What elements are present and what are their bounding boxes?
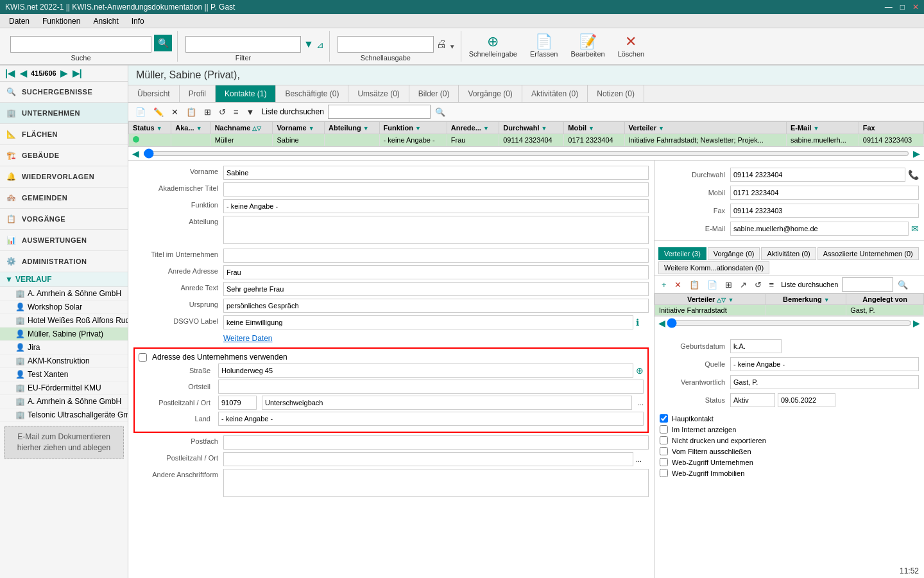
vt-search-input[interactable] (842, 277, 893, 292)
verlauf-item-4[interactable]: 👤 Jira (0, 341, 128, 355)
anrede-adresse-input[interactable] (223, 265, 649, 279)
sidebar-item-administration[interactable]: ⚙️ ADMINISTRATION (0, 251, 128, 272)
sidebar-item-suchergebnisse[interactable]: 🔍 SUCHERGEBNISSE (0, 82, 128, 103)
sidebar-item-gemeinden[interactable]: 🏘️ GEMEINDEN (0, 188, 128, 209)
ct-menu-button[interactable]: ≡ (230, 105, 242, 119)
ct-edit-button[interactable]: ✏️ (150, 105, 167, 119)
verlauf-item-2[interactable]: 🏢 Hotel Weißes Roß Alfons Rud... (0, 314, 128, 328)
web-unternehmen-checkbox[interactable] (660, 458, 668, 466)
land-input[interactable] (218, 412, 644, 426)
verlauf-item-6[interactable]: 👤 Test Xanten (0, 368, 128, 381)
vt-copy-button[interactable]: 📋 (686, 278, 703, 292)
menu-funktionen[interactable]: Funktionen (36, 15, 87, 27)
mobil-right-input[interactable] (730, 186, 919, 200)
vtab-assoziierte[interactable]: Assoziierte Unternehmen (0) (817, 247, 919, 260)
akad-titel-input[interactable] (223, 182, 649, 197)
close-button[interactable]: ✕ (912, 3, 919, 12)
aka-filter-icon[interactable]: ▼ (196, 125, 202, 132)
verlauf-item-5[interactable]: 🏢 AKM-Konstruktion (0, 355, 128, 368)
sidebar-item-flaechen[interactable]: 📐 FLÄCHEN (0, 124, 128, 145)
ort-input[interactable] (262, 396, 632, 410)
anrede-filter-icon[interactable]: ▼ (483, 125, 489, 132)
verlauf-item-7[interactable]: 🏢 EU-Fördermittel KMU (0, 381, 128, 395)
vt-menu-button[interactable]: ≡ (766, 278, 778, 292)
ct-delete-button[interactable]: ✕ (168, 105, 182, 119)
vt-search-button[interactable]: 🔍 (894, 278, 911, 292)
dsgvo-info-icon[interactable]: ℹ (636, 317, 639, 328)
table-row[interactable]: Müller Sabine - keine Angabe - Frau 0911… (129, 134, 924, 146)
strasse-geo-button[interactable]: ⊕ (636, 365, 644, 376)
tab-beschaeftigte[interactable]: Beschäftigte (0) (276, 85, 348, 102)
scroll-left-button[interactable]: ◀ (131, 148, 141, 159)
titel-unternehmen-input[interactable] (223, 249, 649, 263)
nachname-filter-icon[interactable]: △▽ (252, 125, 261, 132)
vth-sort-icon[interactable]: △▽ (717, 297, 726, 303)
nav-next-button[interactable]: ▶ (59, 68, 69, 78)
strasse-input[interactable] (218, 363, 633, 378)
email-filter-icon[interactable]: ▼ (813, 125, 819, 132)
web-immobilien-checkbox[interactable] (660, 469, 668, 477)
email-send-icon[interactable]: ✉ (911, 223, 919, 234)
menu-ansicht[interactable]: Ansicht (87, 15, 124, 27)
status-filter-icon[interactable]: ▼ (157, 125, 162, 132)
abteilung-textarea[interactable] (223, 216, 649, 244)
weitere-daten-link[interactable]: Weitere Daten (128, 332, 654, 345)
postfach-plz-more[interactable]: ... (636, 455, 642, 463)
hauptkontakt-checkbox[interactable] (660, 414, 668, 423)
nav-first-button[interactable]: |◀ (4, 68, 16, 78)
abteilung-filter-icon[interactable]: ▼ (363, 125, 369, 132)
verlauf-item-0[interactable]: 🏢 A. Amrhein & Söhne GmbH (0, 287, 128, 301)
tab-bilder[interactable]: Bilder (0) (409, 85, 459, 102)
vtab-vorgaenge[interactable]: Vorgänge (0) (708, 247, 760, 260)
nav-last-button[interactable]: ▶| (71, 68, 83, 78)
fax-right-input[interactable] (730, 204, 919, 218)
quelle-input[interactable] (730, 357, 919, 371)
status-date-input[interactable] (778, 393, 835, 407)
ct-copy-button[interactable]: 📋 (183, 105, 200, 119)
loeschen-button[interactable]: ✕ Löschen (613, 32, 650, 60)
search-button[interactable]: 🔍 (154, 35, 172, 51)
bearbeiten-button[interactable]: 📝 Bearbeiten (565, 32, 610, 60)
dsgvo-input[interactable] (223, 315, 633, 329)
nicht-drucken-checkbox[interactable] (660, 436, 668, 444)
postfach-plz-input[interactable] (223, 452, 633, 466)
plz-more-button[interactable]: ... (637, 398, 644, 407)
vtab-weitere[interactable]: Weitere Komm...ationsdaten (0) (658, 261, 769, 274)
vt-paste-button[interactable]: 📄 (704, 278, 721, 292)
search-input[interactable] (10, 36, 151, 53)
ct-new-button[interactable]: 📄 (132, 105, 149, 119)
verteiler-row[interactable]: Initiative Fahrradstadt Gast, P. (655, 305, 924, 316)
ct-refresh-button[interactable]: ↺ (216, 105, 229, 119)
tab-umsaetze[interactable]: Umsätze (0) (348, 85, 409, 102)
sidebar-item-auswertungen[interactable]: 📊 AUSWERTUNGEN (0, 230, 128, 251)
vorname-filter-icon[interactable]: ▼ (309, 125, 314, 132)
sidebar-item-vorgaenge[interactable]: 📋 VORGÄNGE (0, 209, 128, 230)
funnel-icon[interactable]: ⊿ (316, 40, 324, 50)
ct-merge-button[interactable]: ⊞ (201, 105, 214, 119)
sidebar-item-wiedervorlagen[interactable]: 🔔 WIEDERVORLAGEN (0, 166, 128, 188)
verlauf-item-8[interactable]: 🏢 A. Amrhein & Söhne GmbH (0, 395, 128, 408)
menu-daten[interactable]: Daten (3, 15, 36, 27)
vt-grid-button[interactable]: ⊞ (722, 278, 735, 292)
ortsteil-input[interactable] (218, 380, 644, 394)
verteiler-filter-icon[interactable]: ▼ (658, 125, 664, 132)
minimize-button[interactable]: — (885, 3, 893, 12)
scroll-right-button[interactable]: ▶ (912, 148, 921, 159)
tab-kontakte[interactable]: Kontakte (1) (216, 85, 276, 102)
vtab-aktivitaeten[interactable]: Aktivitäten (0) (761, 247, 816, 260)
contacts-search-button[interactable]: 🔍 (432, 105, 449, 119)
vth-filter-icon[interactable]: ▼ (728, 297, 734, 303)
sidebar-item-unternehmen[interactable]: 🏢 UNTERNEHMEN (0, 103, 128, 124)
vt-add-button[interactable]: + (658, 278, 670, 292)
tab-uebersicht[interactable]: Übersicht (128, 85, 180, 102)
sidebar-item-gebaeude[interactable]: 🏗️ GEBÄUDE (0, 145, 128, 166)
maximize-button[interactable]: □ (900, 3, 905, 12)
use-company-address-checkbox[interactable] (139, 353, 147, 362)
durchwahl-filter-icon[interactable]: ▼ (542, 125, 547, 132)
verantwortlich-input[interactable] (730, 375, 919, 389)
geburtsdatum-input[interactable] (730, 339, 782, 353)
funktion-filter-icon[interactable]: ▼ (415, 125, 421, 132)
erfassen-button[interactable]: 📄 Erfassen (525, 32, 563, 60)
contacts-search-input[interactable] (328, 105, 431, 119)
anrede-text-input[interactable] (223, 282, 649, 296)
